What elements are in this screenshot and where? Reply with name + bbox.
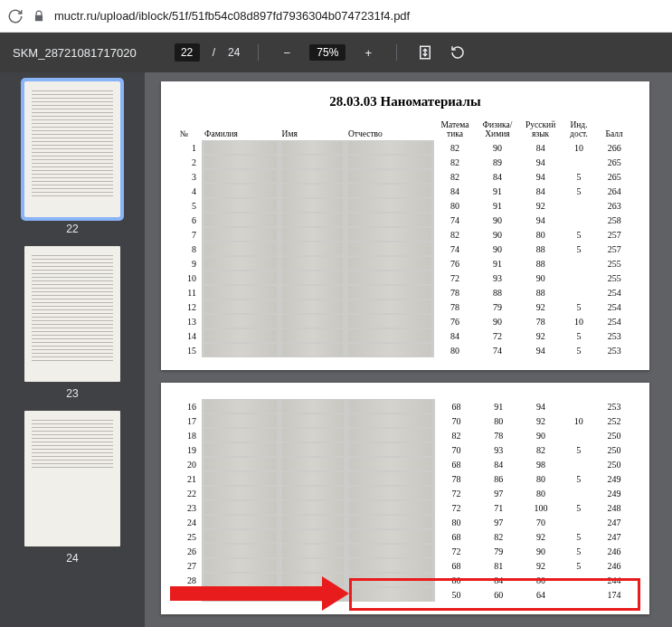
rotate-button[interactable] [448,43,468,62]
redacted-cell [279,587,346,602]
redacted-cell [279,242,345,256]
redacted-cell [202,184,279,198]
redacted-cell [202,271,279,285]
table-row: 158074945253 [177,343,633,357]
table-row: 16689194253 [177,399,633,413]
zoom-in-button[interactable]: + [358,43,378,62]
redacted-cell [279,573,346,587]
redacted-cell [202,457,279,471]
redacted-cell [279,515,346,529]
thumbnail-24[interactable]: 24 [0,411,145,565]
table-row: 48491845264 [177,184,633,198]
redacted-cell [202,587,279,602]
redacted-cell [279,486,346,500]
redacted-cell [345,169,434,184]
table-row: 2372711005248 [177,500,633,515]
redacted-cell [279,558,346,573]
table-row: 18827890250 [177,428,633,442]
thumbnail-23[interactable]: 23 [0,246,145,400]
redacted-cell [202,471,279,486]
redacted-cell [346,573,435,587]
col-phys: Физика/ Химия [476,119,518,140]
col-total: Балл [595,119,633,140]
redacted-cell [346,500,435,515]
redacted-cell [279,457,346,471]
thumbnail-22[interactable]: 22 [0,81,145,235]
table-row: 5809192263 [177,198,633,213]
redacted-cell [279,399,346,413]
thumbnail-label: 23 [66,387,78,400]
redacted-cell [202,169,279,184]
redacted-cell [345,299,434,314]
redacted-cell [279,413,346,428]
redacted-cell [202,256,279,271]
redacted-cell [346,471,435,486]
col-math: Матема тика [434,119,476,140]
thumbnail-label: 22 [66,223,78,235]
table-row: 78290805257 [177,227,633,242]
redacted-cell [202,242,279,256]
table-row: 20688498250 [177,457,633,471]
redacted-cell [202,573,279,587]
page-number-input[interactable]: 22 [175,43,200,62]
redacted-cell [279,140,345,155]
table-row: 87490885257 [177,242,633,256]
redacted-cell [346,558,435,573]
redacted-cell [346,486,435,500]
zoom-out-button[interactable]: − [277,43,297,62]
redacted-cell [202,399,279,413]
fit-page-button[interactable] [415,43,435,62]
ranking-table-1: № Фамилия Имя Отчество Матема тика Физик… [177,119,633,357]
table-row: 1376907810254 [177,314,633,328]
table-row: 256882925247 [177,529,633,544]
redacted-cell [279,471,346,486]
reload-icon[interactable] [7,8,24,24]
redacted-cell [346,442,435,457]
col-surname: Фамилия [202,119,279,140]
redacted-cell [202,428,279,442]
redacted-cell [279,299,345,314]
redacted-cell [202,213,279,227]
redacted-cell [345,213,434,227]
redacted-cell [346,413,435,428]
redacted-cell [279,155,345,169]
redacted-cell [279,428,346,442]
ranking-table-2: 1668919425317708092102521882789025019709… [177,399,633,602]
redacted-cell [202,198,279,213]
redacted-cell [202,544,279,558]
redacted-cell [202,227,279,242]
redacted-cell [202,486,279,500]
redacted-cell [346,587,435,602]
redacted-cell [279,544,346,558]
redacted-cell [202,558,279,573]
redacted-cell [202,529,279,544]
pdf-page-22: 28.03.03 Наноматериалы № Фамилия Имя Отч… [161,81,649,370]
table-row: 11788888254 [177,285,633,299]
table-row: 217886805249 [177,471,633,486]
redacted-cell [345,184,434,198]
redacted-cell [279,314,345,328]
col-num: № [177,119,202,140]
zoom-level[interactable]: 75% [309,44,345,61]
redacted-cell [345,242,434,256]
lock-icon [33,10,45,23]
page-total: 24 [228,46,240,59]
page-canvas[interactable]: 28.03.03 Наноматериалы № Фамилия Имя Отч… [145,72,672,627]
redacted-cell [279,271,345,285]
redacted-cell [279,285,345,299]
redacted-cell [279,198,345,213]
table-row: 2828994265 [177,155,633,169]
pdf-toolbar: SKM_28721081717020 22 / 24 − 75% + [0,33,672,72]
redacted-cell [279,227,345,242]
redacted-cell [202,314,279,328]
url-input[interactable] [54,9,665,23]
col-ind: Инд. дост. [563,119,596,140]
thumbnail-panel[interactable]: 222324 [0,72,145,627]
redacted-cell [279,213,345,227]
redacted-cell [279,442,346,457]
redacted-cell [202,343,279,357]
table-row: 6749094258 [177,213,633,227]
table-row: 9769188255 [177,256,633,271]
redacted-cell [279,328,345,343]
table-row: 38284945265 [177,169,633,184]
